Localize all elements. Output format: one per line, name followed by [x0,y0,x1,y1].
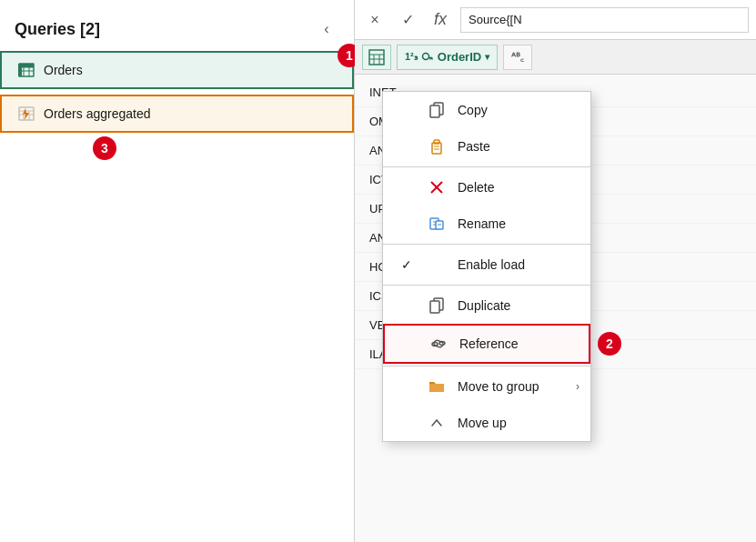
left-panel: Queries [2] ‹ Orders 1 [0,0,355,542]
type2-label: ᴬᴮ꜀ [511,51,524,63]
orders-aggregated-label: Orders aggregated [44,106,151,121]
table-icon-small [368,48,386,66]
move-up-icon [427,413,447,433]
delete-icon [427,177,447,197]
reference-label: Reference [459,336,519,351]
confirm-icon: ✓ [402,11,414,28]
column-type-button[interactable]: 1²₃ OrderID ▾ [397,45,498,70]
paste-icon [427,136,447,156]
move-to-group-label: Move to group [458,379,539,394]
menu-item-paste[interactable]: Paste [383,128,590,165]
reference-icon [428,334,449,354]
formula-input[interactable] [460,7,749,33]
cancel-icon: × [370,12,378,28]
duplicate-label: Duplicate [458,298,510,313]
svg-point-18 [422,53,428,59]
column-type-label: 1²₃ [405,51,418,63]
svg-rect-24 [432,143,441,154]
collapse-button[interactable]: ‹ [314,16,339,42]
duplicate-icon [427,296,447,316]
cancel-button[interactable]: × [362,7,388,33]
orders-label: Orders [44,63,83,77]
dropdown-icon: ▾ [485,52,489,62]
svg-point-38 [439,342,445,346]
divider-1 [383,166,590,167]
svg-rect-36 [430,301,439,313]
menu-item-rename[interactable]: Rename [383,206,590,242]
column-bar: 1²₃ OrderID ▾ ᴬᴮ꜀ [355,40,756,75]
table-type-button[interactable] [362,45,391,70]
delete-label: Delete [458,180,494,195]
orders-aggregated-icon [16,104,36,124]
enable-load-icon [427,255,447,275]
move-up-label: Move up [458,416,507,430]
fx-icon: fx [434,10,447,29]
svg-rect-13 [369,50,384,65]
move-to-group-arrow: › [576,380,580,393]
enable-load-label: Enable load [458,257,525,272]
key-icon [421,51,434,64]
divider-2 [383,244,590,245]
menu-item-duplicate[interactable]: Duplicate [383,287,590,324]
table-green-icon [16,60,36,80]
svg-rect-23 [430,105,439,117]
panel-title: Queries [2] [15,20,100,39]
formula-bar: × ✓ fx [355,0,756,40]
table-orange-icon [16,104,36,124]
collapse-icon: ‹ [324,21,328,37]
copy-label: Copy [458,103,488,117]
menu-item-enable-load[interactable]: ✓ Enable load [383,246,590,283]
copy-icon [427,100,447,120]
badge-3: 3 [93,136,116,160]
divider-3 [383,285,590,286]
query-item-orders-aggregated[interactable]: Orders aggregated 3 [0,95,354,133]
paste-label: Paste [458,139,490,154]
enable-load-check: ✓ [398,257,416,272]
menu-item-reference[interactable]: Reference 2 [383,324,590,364]
svg-rect-25 [434,140,439,144]
badge-2: 2 [598,332,621,356]
column-name-label: OrderID [438,50,481,64]
confirm-button[interactable]: ✓ [395,7,420,33]
menu-item-copy[interactable]: Copy [383,92,590,128]
panel-header: Queries [2] ‹ [0,0,354,51]
context-menu: Copy Paste Delete [382,91,591,442]
rename-label: Rename [458,216,506,231]
svg-point-37 [432,343,438,346]
query-item-orders[interactable]: Orders 1 [0,51,354,89]
folder-icon [427,376,447,396]
svg-rect-39 [429,384,444,392]
divider-4 [383,366,590,366]
column-type2-button[interactable]: ᴬᴮ꜀ [503,45,532,70]
menu-item-delete[interactable]: Delete [383,169,590,206]
orders-icon [16,60,36,80]
fx-button[interactable]: fx [428,7,453,33]
menu-item-move-to-group[interactable]: Move to group › [383,368,590,405]
menu-item-move-up[interactable]: Move up [383,405,590,441]
rename-icon [427,214,447,234]
